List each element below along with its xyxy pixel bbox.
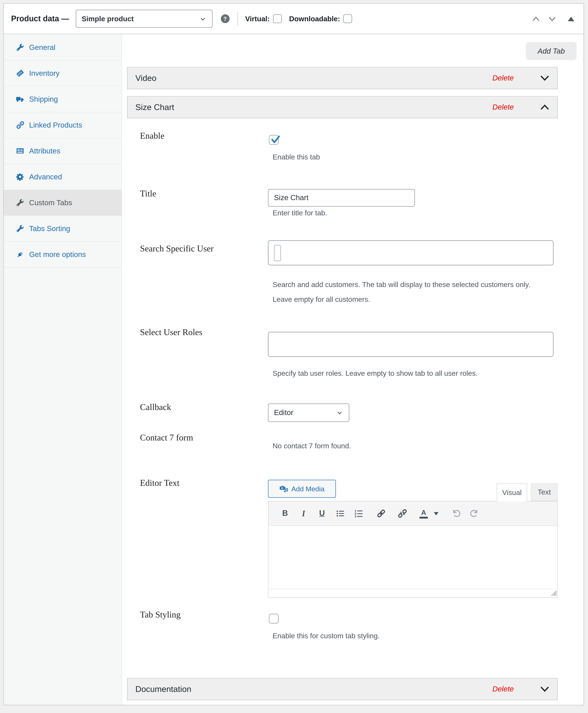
help-icon[interactable]: ? [221, 14, 229, 23]
italic-button[interactable]: I [298, 507, 309, 520]
sidebar-item-label: Shipping [29, 95, 58, 103]
truck-icon [16, 95, 24, 104]
collapse-chevron-up-icon[interactable] [540, 104, 550, 111]
sidebar-item-label: Get more options [29, 250, 86, 259]
sidebar-item-tabs-sorting[interactable]: Tabs Sorting [4, 216, 122, 242]
svg-text:3: 3 [355, 515, 356, 518]
underline-button[interactable]: U [316, 507, 328, 520]
section-bar-documentation[interactable]: Documentation Delete [127, 678, 558, 700]
select-user-roles-description: Specify tab user roles. Leave empty to s… [273, 369, 478, 378]
editor-content-area[interactable] [269, 526, 557, 589]
enable-description: Enable this tab [273, 153, 320, 161]
wysiwyg-editor: B I U 123 A [268, 501, 558, 597]
search-specific-user-label: Search Specific User [140, 244, 214, 254]
section-title: Video [135, 73, 156, 83]
sidebar-item-general[interactable]: General [4, 35, 122, 61]
add-tab-button[interactable]: Add Tab [526, 42, 576, 60]
search-specific-user-input[interactable] [268, 240, 553, 265]
media-icon [279, 485, 288, 493]
sidebar-item-linked-products[interactable]: Linked Products [4, 112, 122, 138]
delete-link[interactable]: Delete [492, 74, 514, 82]
tab-text[interactable]: Text [531, 484, 558, 501]
text-color-button[interactable]: A [418, 507, 429, 520]
inline-search-cursor[interactable] [274, 245, 281, 261]
sidebar-item-label: General [29, 43, 56, 52]
enable-checkbox[interactable] [269, 135, 279, 145]
sidebar-item-label: Attributes [29, 147, 60, 155]
wrench-icon [16, 198, 24, 207]
underline-glyph: U [319, 509, 325, 518]
enable-label: Enable [140, 131, 164, 141]
unlink-icon [397, 508, 407, 518]
undo-button[interactable] [450, 507, 462, 520]
tab-styling-label: Tab Styling [140, 610, 181, 620]
tab-styling-checkbox[interactable] [269, 614, 279, 624]
editor-status-bar [269, 589, 557, 597]
sidebar-item-inventory[interactable]: Inventory [4, 61, 122, 86]
sidebar-item-label: Inventory [29, 69, 60, 78]
remove-link-button[interactable] [397, 507, 408, 520]
bold-button[interactable]: B [279, 507, 291, 520]
delete-link[interactable]: Delete [492, 685, 514, 693]
sidebar-item-advanced[interactable]: Advanced [4, 164, 122, 190]
title-description: Enter title for tab. [273, 209, 327, 217]
section-bar-video[interactable]: Video Delete [127, 67, 558, 89]
insert-link-button[interactable] [376, 507, 387, 520]
expand-chevron-down-icon[interactable] [540, 686, 550, 693]
downloadable-checkbox[interactable] [343, 14, 352, 23]
select-user-roles-input[interactable] [268, 332, 553, 357]
sidebar-item-label: Advanced [29, 173, 62, 181]
bulleted-list-icon [336, 509, 345, 518]
bulleted-list-button[interactable] [335, 507, 346, 520]
contact-7-form-label: Contact 7 form [140, 433, 193, 443]
tab-styling-description: Enable this for custom tab styling. [273, 632, 380, 640]
plug-icon [16, 250, 24, 259]
product-data-metabox-page: Product data — Simple product ? Virtual:… [0, 0, 588, 713]
move-up-icon[interactable] [532, 16, 540, 22]
product-type-value: Simple product [82, 15, 199, 23]
numbered-list-button[interactable]: 123 [354, 507, 364, 520]
sidebar-item-custom-tabs[interactable]: Custom Tabs [4, 190, 122, 216]
bold-glyph: B [282, 509, 288, 518]
section-bar-size-chart[interactable]: Size Chart Delete [127, 96, 558, 118]
editor-text-label: Editor Text [140, 478, 180, 488]
add-media-button[interactable]: Add Media [268, 480, 336, 498]
sidebar-item-attributes[interactable]: Attributes [4, 138, 122, 164]
metabox-header: Product data — Simple product ? Virtual:… [4, 4, 584, 34]
text-color-caret-icon[interactable] [434, 512, 438, 515]
index-card-icon [16, 146, 24, 155]
product-type-select[interactable]: Simple product [76, 10, 212, 28]
title-input[interactable] [268, 189, 415, 207]
header-divider [237, 12, 238, 26]
sidebar-item-get-more-options[interactable]: Get more options [4, 242, 122, 268]
section-title: Documentation [135, 684, 191, 694]
gear-icon [16, 172, 24, 181]
resize-grip[interactable] [550, 590, 556, 596]
product-data-metabox: Product data — Simple product ? Virtual:… [3, 3, 584, 705]
text-color-glyph: A [421, 509, 426, 516]
section-title: Size Chart [135, 102, 174, 112]
callback-label: Callback [140, 402, 171, 412]
toggle-order-icon[interactable] [568, 17, 574, 21]
link-icon [376, 508, 386, 518]
sidebar-item-label: Linked Products [29, 121, 82, 129]
search-specific-user-description: Search and add customers. The tab will d… [273, 277, 541, 307]
undo-icon [451, 509, 461, 518]
tab-visual[interactable]: Visual [497, 484, 527, 502]
virtual-checkbox[interactable] [273, 14, 282, 23]
custom-tabs-panel: Add Tab Video Delete Size Chart Delete [122, 35, 584, 705]
virtual-label: Virtual: [245, 15, 270, 23]
contact-7-form-status: No contact 7 form found. [273, 442, 351, 450]
add-media-label: Add Media [291, 485, 324, 493]
tag-icon [16, 69, 24, 78]
downloadable-label: Downloadable: [289, 15, 340, 23]
expand-chevron-down-icon[interactable] [540, 75, 550, 82]
sidebar-item-label: Custom Tabs [29, 199, 72, 207]
move-down-icon[interactable] [548, 16, 556, 22]
sidebar-item-shipping[interactable]: Shipping [4, 86, 122, 112]
title-label: Title [140, 188, 156, 199]
callback-select[interactable]: Editor [268, 404, 349, 422]
delete-link[interactable]: Delete [492, 103, 514, 111]
chevron-down-icon [336, 409, 343, 416]
redo-button[interactable] [469, 507, 480, 520]
